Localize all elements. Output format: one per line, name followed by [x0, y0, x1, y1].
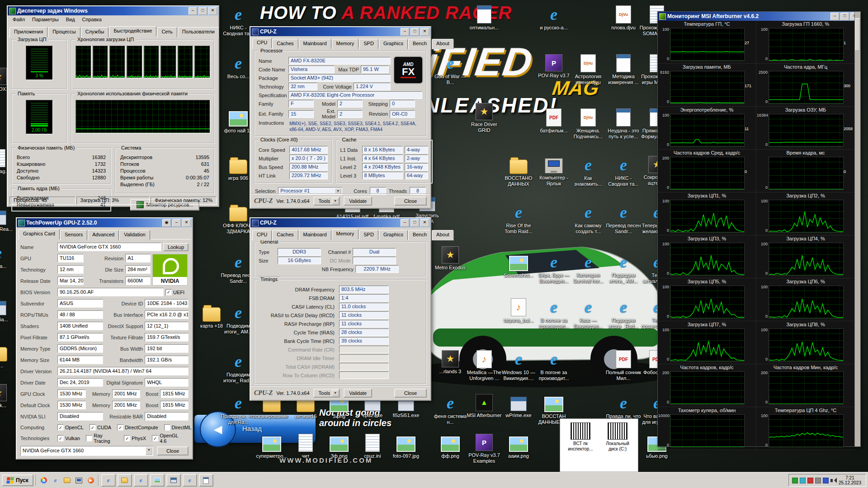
desktop-icon[interactable]: ★Race Driver GRID: [466, 103, 502, 133]
desktop-icon[interactable]: фф.png: [432, 434, 468, 459]
desktop-icon[interactable]: eВ погоне за производит...: [536, 350, 572, 381]
desktop-icon[interactable]: ♪Metallica —The Unforgiven ...: [466, 350, 502, 381]
desktop-icon[interactable]: eПеревод песен Sandr...: [605, 203, 642, 235]
close-button[interactable]: ✕: [208, 7, 217, 15]
desktop-icon[interactable]: ааии.png: [500, 434, 537, 459]
quick-launch-chrome-icon[interactable]: [39, 475, 49, 485]
desktop-icon[interactable]: Adobe Rea...: [0, 208, 16, 232]
checkbox-ray-tracing[interactable]: Ray Tracing: [86, 433, 118, 444]
tools-button[interactable]: Tools: [313, 389, 340, 398]
desktop-icon[interactable]: Методика измерения ...: [605, 54, 642, 85]
tab-spd[interactable]: SPD: [359, 230, 378, 240]
desktop-icon[interactable]: PPOV-Ray v3.7 Examples: [466, 434, 502, 464]
desktop-icon[interactable]: PDFбатфильм...: [536, 108, 572, 134]
minimize-button[interactable]: –: [401, 28, 409, 36]
checkbox-vulkan[interactable]: ✓Vulkan: [57, 435, 80, 441]
tab-validation[interactable]: Validation: [119, 230, 150, 240]
tab-cpu[interactable]: CPU: [252, 38, 272, 48]
maximize-button[interactable]: □: [410, 28, 419, 36]
tab-процессы[interactable]: Процессы: [48, 27, 80, 38]
task-button[interactable]: e: [134, 474, 148, 487]
tab-graphics[interactable]: Graphics: [379, 39, 408, 49]
desktop-icon[interactable]: cpuz.ini: [354, 434, 391, 459]
desktop-icon[interactable]: eНИКС - Сводная та...: [605, 156, 642, 187]
scrollbar[interactable]: [854, 12, 860, 446]
tab-быстродействие[interactable]: Быстродействие: [109, 26, 156, 37]
tab-приложения[interactable]: Приложения: [9, 27, 47, 38]
desktop-icon[interactable]: PDFПолный сонник Мил...: [605, 350, 642, 381]
tab-caches[interactable]: Caches: [272, 230, 298, 240]
checkbox-opencl[interactable]: ✓OpenCL: [57, 424, 84, 431]
tab-memory[interactable]: Memory: [332, 229, 359, 239]
tab-about[interactable]: About: [432, 39, 454, 49]
tab-graphics[interactable]: Graphics: [379, 230, 408, 240]
maximize-button[interactable]: □: [410, 219, 419, 227]
tab-advanced[interactable]: Advanced: [88, 230, 119, 240]
task-button[interactable]: [166, 474, 181, 487]
desktop-icon[interactable]: eGod of War — В...: [432, 54, 468, 85]
tab-bench[interactable]: Bench: [408, 230, 431, 240]
desktop-icon[interactable]: PPOV-Ray v3.7: [536, 54, 572, 79]
desktop-icon[interactable]: ★Black...: [0, 384, 16, 408]
tab-spd[interactable]: SPD: [359, 39, 378, 49]
desktop-icon[interactable]: Screenshot...: [500, 253, 537, 278]
checkbox-directcompute[interactable]: ✓DirectCompute: [117, 424, 158, 431]
start-button[interactable]: Пуск: [2, 474, 33, 486]
task-button[interactable]: [199, 474, 213, 487]
desktop-icon[interactable]: eПодводим итоги_ Rad...: [605, 298, 642, 329]
checkbox-uefi[interactable]: ✓UEFI: [165, 289, 184, 296]
desktop-icon[interactable]: eКак самому создать т...: [570, 203, 606, 235]
quick-launch-folder-icon[interactable]: [62, 475, 72, 485]
card-selection-dropdown[interactable]: NVIDIA GeForce GTX 1660: [20, 446, 153, 456]
desktop-icon[interactable]: Неудача - это путь к успе...: [605, 108, 642, 140]
tools-button[interactable]: Tools: [313, 197, 340, 206]
tab-graphics-card[interactable]: Graphics Card: [19, 229, 60, 239]
desktop-icon[interactable]: ♪tatyana_bul...: [500, 298, 537, 324]
validate-button[interactable]: Validate: [344, 197, 372, 206]
desktop-icon[interactable]: eWindows 10 — Википедия....: [500, 350, 537, 381]
menu-item-справка[interactable]: Справка: [79, 16, 105, 23]
desktop-icon[interactable]: суперметро...: [254, 434, 290, 459]
tray-icon[interactable]: [823, 478, 829, 483]
desktop-icon[interactable]: DjVuАстрология имени.djvu: [570, 54, 606, 85]
quick-launch-explorer-icon[interactable]: [74, 475, 84, 485]
checkbox-directml[interactable]: DirectML: [164, 424, 192, 431]
volume-icon[interactable]: [830, 479, 833, 482]
tab-about[interactable]: About: [432, 230, 454, 240]
desktop-icon[interactable]: DjVuЖенщина. Подчинись...: [570, 108, 606, 140]
desktop-icon[interactable]: eКак знакомить...: [570, 156, 606, 187]
tray-icon[interactable]: [800, 478, 806, 483]
menu-item-параметры[interactable]: Параметры: [29, 16, 62, 23]
desktop-icon[interactable]: eи русско-а...: [536, 5, 572, 31]
close-button[interactable]: ✕: [420, 28, 429, 36]
titlebar[interactable]: CPU-Z – □ ✕: [250, 218, 430, 227]
desktop-icon[interactable]: Fa...: [0, 343, 16, 369]
minimize-button[interactable]: –: [172, 219, 181, 227]
tray-icon[interactable]: [807, 478, 813, 483]
quick-launch-ie-icon[interactable]: e: [51, 475, 61, 485]
close-button[interactable]: Close: [394, 389, 427, 398]
close-button[interactable]: Close: [157, 446, 189, 455]
menu-item-вид[interactable]: Вид: [63, 16, 78, 23]
tray-icon[interactable]: [815, 478, 821, 483]
lookup-button[interactable]: Lookup: [163, 243, 189, 251]
tab-caches[interactable]: Caches: [272, 39, 298, 49]
close-button[interactable]: ✕: [182, 219, 191, 227]
tab-службы[interactable]: Службы: [81, 27, 109, 38]
desktop-icon[interactable]: eКвас — Википедия...: [570, 298, 606, 329]
titlebar[interactable]: Мониторинг MSI Afterburner v4.6.2 – □ ✕: [658, 12, 860, 21]
screenshot-button[interactable]: ◉: [162, 219, 171, 227]
tab-cpu[interactable]: CPU: [252, 230, 272, 240]
desktop-icon[interactable]: eфеня система н...: [432, 394, 468, 425]
desktop-icon[interactable]: foto-097.jpg: [388, 434, 424, 459]
desktop-icon[interactable]: eКатегория Survival hor...: [570, 253, 606, 284]
desktop-icon[interactable]: ВОССТАНО ДАННЫХ: [500, 156, 537, 187]
desktop-icon[interactable]: eВ погоне за производит...: [536, 298, 572, 329]
list-item[interactable]: Локальный диск (С:): [601, 422, 634, 472]
tab-пользователи[interactable]: Пользователи: [178, 27, 219, 38]
desktop-icon[interactable]: eYou a...: [0, 244, 16, 269]
checkbox-opengl-4-6[interactable]: ✓OpenGL 4.6: [152, 433, 184, 444]
list-item[interactable]: ВСТ пк инспектор...: [564, 422, 597, 472]
maximize-button[interactable]: □: [840, 13, 849, 20]
tab-сеть[interactable]: Сеть: [157, 27, 177, 38]
